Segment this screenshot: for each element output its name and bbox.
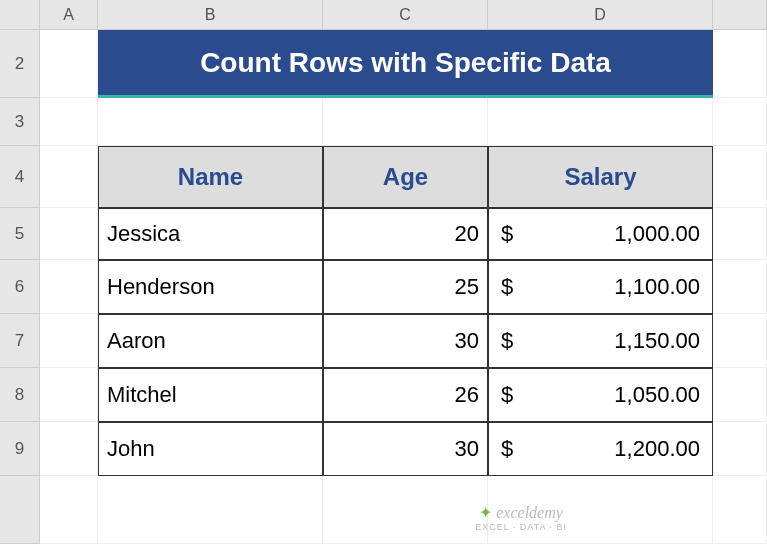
- cell-D3[interactable]: [488, 98, 713, 146]
- cell-A6[interactable]: [40, 260, 98, 314]
- cell-age-0[interactable]: 20: [323, 208, 488, 260]
- cell-name-2[interactable]: Aaron: [98, 314, 323, 368]
- watermark: exceldemy EXCEL · DATA · BI: [475, 503, 567, 532]
- watermark-tagline: EXCEL · DATA · BI: [475, 522, 567, 532]
- col-header-A[interactable]: A: [40, 0, 98, 30]
- row-header-7[interactable]: 7: [0, 314, 40, 368]
- cell-E2[interactable]: [713, 30, 767, 98]
- row-header-8[interactable]: 8: [0, 368, 40, 422]
- row-header-3[interactable]: 3: [0, 98, 40, 146]
- cell-age-3[interactable]: 26: [323, 368, 488, 422]
- currency-symbol: $: [501, 221, 513, 247]
- col-header-C[interactable]: C: [323, 0, 488, 30]
- header-age[interactable]: Age: [323, 146, 488, 208]
- col-header-extra[interactable]: [713, 0, 767, 30]
- cell-E9[interactable]: [713, 422, 767, 476]
- row-header-2[interactable]: 2: [0, 30, 40, 98]
- cell-B10[interactable]: [98, 476, 323, 544]
- cell-E4[interactable]: [713, 146, 767, 208]
- row-header-9[interactable]: 9: [0, 422, 40, 476]
- cell-salary-2[interactable]: $1,150.00: [488, 314, 713, 368]
- salary-amount: 1,050.00: [614, 382, 700, 408]
- cell-name-4[interactable]: John: [98, 422, 323, 476]
- col-header-B[interactable]: B: [98, 0, 323, 30]
- cell-A4[interactable]: [40, 146, 98, 208]
- cell-name-3[interactable]: Mitchel: [98, 368, 323, 422]
- cell-salary-4[interactable]: $1,200.00: [488, 422, 713, 476]
- cell-E7[interactable]: [713, 314, 767, 368]
- cell-E8[interactable]: [713, 368, 767, 422]
- row-header-5[interactable]: 5: [0, 208, 40, 260]
- cell-A8[interactable]: [40, 368, 98, 422]
- cell-age-4[interactable]: 30: [323, 422, 488, 476]
- row-header-6[interactable]: 6: [0, 260, 40, 314]
- header-name[interactable]: Name: [98, 146, 323, 208]
- cell-C3[interactable]: [323, 98, 488, 146]
- currency-symbol: $: [501, 382, 513, 408]
- cell-A5[interactable]: [40, 208, 98, 260]
- salary-amount: 1,000.00: [614, 221, 700, 247]
- salary-amount: 1,150.00: [614, 328, 700, 354]
- spreadsheet-grid: A B C D 2 Count Rows with Specific Data …: [0, 0, 767, 544]
- currency-symbol: $: [501, 328, 513, 354]
- cell-E5[interactable]: [713, 208, 767, 260]
- cell-A3[interactable]: [40, 98, 98, 146]
- cell-C10[interactable]: [323, 476, 488, 544]
- cell-age-2[interactable]: 30: [323, 314, 488, 368]
- cell-E6[interactable]: [713, 260, 767, 314]
- cell-E10[interactable]: [713, 476, 767, 544]
- currency-symbol: $: [501, 436, 513, 462]
- row-header-10[interactable]: [0, 476, 40, 544]
- cell-E3[interactable]: [713, 98, 767, 146]
- col-header-D[interactable]: D: [488, 0, 713, 30]
- header-salary[interactable]: Salary: [488, 146, 713, 208]
- salary-amount: 1,100.00: [614, 274, 700, 300]
- title-cell[interactable]: Count Rows with Specific Data: [98, 30, 713, 98]
- cell-age-1[interactable]: 25: [323, 260, 488, 314]
- cell-B3[interactable]: [98, 98, 323, 146]
- row-header-4[interactable]: 4: [0, 146, 40, 208]
- select-all-corner[interactable]: [0, 0, 40, 30]
- cell-salary-1[interactable]: $1,100.00: [488, 260, 713, 314]
- cell-salary-0[interactable]: $1,000.00: [488, 208, 713, 260]
- cell-A9[interactable]: [40, 422, 98, 476]
- cell-A7[interactable]: [40, 314, 98, 368]
- watermark-brand: exceldemy: [475, 503, 567, 522]
- cell-name-0[interactable]: Jessica: [98, 208, 323, 260]
- salary-amount: 1,200.00: [614, 436, 700, 462]
- cell-A10[interactable]: [40, 476, 98, 544]
- currency-symbol: $: [501, 274, 513, 300]
- cell-A2[interactable]: [40, 30, 98, 98]
- cell-salary-3[interactable]: $1,050.00: [488, 368, 713, 422]
- cell-name-1[interactable]: Henderson: [98, 260, 323, 314]
